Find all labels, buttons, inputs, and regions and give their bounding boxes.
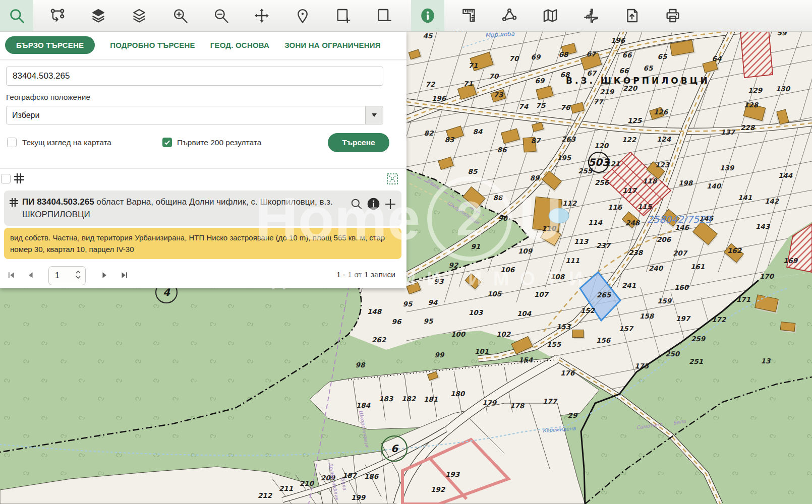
pan-icon-button[interactable] [245,0,278,31]
parcel-details-box: вид собств. Частна, вид територия Урбани… [4,228,401,259]
layers-icon [90,7,107,24]
route-icon-button[interactable] [41,0,74,31]
info-icon-button[interactable] [411,0,444,31]
layers-stack-icon [131,7,148,24]
svg-text:В.З. ШКОРПИЛОВЦИ: В.З. ШКОРПИЛОВЦИ [566,76,710,86]
svg-text:64: 64 [712,54,722,62]
next-page-button[interactable] [101,271,109,279]
result-parcel-id: ПИ 83404.503.265 [22,197,94,207]
svg-text:129: 129 [748,86,763,94]
select-all-checkbox[interactable] [1,174,11,183]
geo-position-label: Географско положение [6,93,90,102]
cadastre-number-input[interactable] [6,67,383,86]
last-page-button[interactable] [120,271,128,279]
search-icon [8,7,25,24]
svg-text:148: 148 [367,307,382,316]
selection-add-icon [335,7,352,24]
svg-text:71: 71 [469,61,478,70]
svg-text:156: 156 [596,336,611,344]
select-dropdown-button[interactable] [365,106,383,124]
current-map-view-checkbox[interactable] [7,138,17,147]
selection-add-icon-button[interactable] [327,0,360,31]
svg-text:123: 123 [655,161,670,169]
svg-text:137: 137 [721,128,736,136]
svg-text:182: 182 [401,395,417,403]
route-icon [49,7,66,24]
export-icon-button[interactable] [615,0,649,31]
geo-position-select[interactable]: Избери [6,106,383,124]
svg-text:199: 199 [351,493,366,501]
tab-подробно-търсене[interactable]: ПОДРОБНО ТЪРСЕНЕ [110,41,195,49]
page-number-input[interactable] [49,271,74,281]
page-spinner[interactable] [75,270,81,282]
toolbar [0,0,812,32]
svg-text:124: 124 [657,135,671,143]
zoom-in-icon-button[interactable] [163,0,197,31]
svg-text:140: 140 [707,182,722,190]
print-icon [664,7,681,24]
svg-text:66: 66 [619,67,629,75]
tab-геод-основа[interactable]: ГЕОД. ОСНОВА [210,41,269,49]
search-icon-button[interactable] [0,0,33,31]
zoom-to-results-icon[interactable] [386,173,398,187]
selection-remove-icon-button[interactable] [368,0,401,31]
polygon-icon-button[interactable] [493,0,526,31]
zoom-out-icon-button[interactable] [204,0,238,31]
svg-text:117: 117 [622,186,637,195]
svg-text:159: 159 [657,297,672,305]
svg-text:143: 143 [756,222,771,230]
svg-text:158: 158 [640,312,655,320]
svg-text:130: 130 [776,85,791,93]
zoom-in-icon [171,7,189,24]
chevron-down-icon [372,113,377,117]
svg-text:170: 170 [760,272,775,280]
svg-text:177: 177 [543,397,558,405]
zoom-out-icon [212,7,229,24]
svg-text:183: 183 [379,395,394,403]
svg-text:155: 155 [547,340,562,348]
tab-бързо-търсене[interactable]: БЪРЗО ТЪРСЕНЕ [5,36,95,54]
svg-text:93: 93 [434,277,444,285]
zoom-to-result-icon[interactable] [350,197,363,213]
svg-text:259: 259 [691,335,706,343]
svg-text:108: 108 [550,273,565,281]
coordinates-icon-button[interactable] [574,0,608,31]
marker-icon-button[interactable] [286,0,319,31]
svg-text:240: 240 [649,264,664,272]
coordinates-icon [583,7,600,24]
grid-view-icon[interactable] [14,173,25,186]
pagination-summary: 1 - 1 от 1 записи [336,270,395,279]
svg-text:88: 88 [493,194,503,202]
layers-icon-button[interactable] [82,0,115,31]
svg-text:65: 65 [658,52,668,60]
svg-text:91: 91 [471,242,481,250]
pond [549,208,569,223]
svg-text:210: 210 [300,479,315,487]
svg-text:73: 73 [494,91,504,99]
svg-text:248: 248 [625,219,641,227]
first-page-button[interactable] [7,271,15,279]
svg-text:72: 72 [426,80,436,88]
svg-text:197: 197 [676,314,691,323]
geo-select-value: Избери [7,111,365,120]
map-sheet-icon-button[interactable] [534,0,567,31]
layers-stack-icon-button[interactable] [123,0,156,31]
add-result-icon[interactable] [383,197,397,213]
measure-icon-button[interactable] [452,0,485,31]
svg-text:198: 198 [678,179,693,187]
print-icon-button[interactable] [656,0,689,31]
tab-зони-на-ограничения[interactable]: ЗОНИ НА ОГРАНИЧЕНИЯ [284,41,381,49]
results-toolbar [0,168,407,189]
svg-text:139: 139 [720,164,735,172]
svg-text:228: 228 [740,123,756,132]
previous-page-button[interactable] [26,271,34,279]
svg-text:255: 255 [578,167,593,175]
svg-text:207: 207 [673,249,688,257]
first-200-results-checkbox[interactable] [162,138,172,147]
result-info-icon[interactable] [367,197,380,213]
svg-text:87: 87 [531,137,541,145]
svg-text:122: 122 [622,136,637,144]
svg-text:95: 95 [403,300,413,308]
search-button[interactable]: Търсене [328,133,389,152]
result-item[interactable]: ПИ 83404.503.265 област Варна, община До… [4,191,401,226]
